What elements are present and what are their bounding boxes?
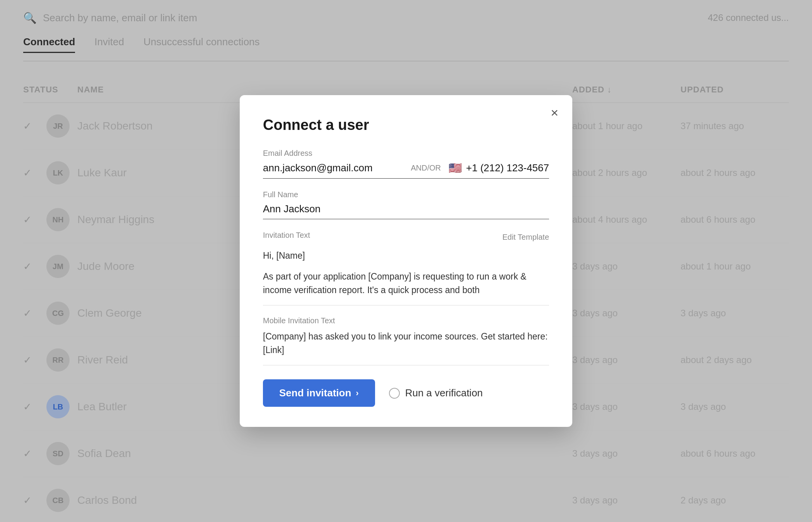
invitation-body: Hi, [Name] As part of your application [… [263, 249, 549, 297]
connect-user-modal: × Connect a user Email Address ann.jacks… [240, 95, 572, 427]
run-verification-option[interactable]: Run a verification [389, 387, 483, 399]
send-invitation-button[interactable]: Send invitation › [263, 379, 375, 407]
email-field-group: Email Address ann.jackson@gmail.com AND/… [263, 149, 549, 179]
phone-field[interactable]: 🇺🇸 +1 (212) 123-4567 [449, 162, 549, 174]
email-label: Email Address [263, 149, 549, 158]
modal-close-button[interactable]: × [551, 106, 558, 119]
fullname-input[interactable] [263, 203, 549, 219]
invitation-text-label: Invitation Text [263, 231, 310, 240]
mobile-invitation-body: [Company] has asked you to link your inc… [263, 330, 549, 357]
email-phone-row: ann.jackson@gmail.com AND/OR 🇺🇸 +1 (212)… [263, 162, 549, 179]
modal-title: Connect a user [263, 117, 549, 133]
send-button-label: Send invitation [279, 387, 351, 399]
modal-actions: Send invitation › Run a verification [263, 379, 549, 407]
radio-circle-icon [389, 388, 400, 399]
email-value[interactable]: ann.jackson@gmail.com [263, 162, 403, 174]
invitation-header: Invitation Text Edit Template [263, 231, 549, 244]
fullname-field-group: Full Name [263, 190, 549, 219]
phone-value: +1 (212) 123-4567 [466, 162, 549, 174]
mobile-invitation-label: Mobile Invitation Text [263, 316, 549, 325]
invitation-text-area: Invitation Text Edit Template Hi, [Name]… [263, 231, 549, 305]
send-button-arrow-icon: › [356, 388, 358, 398]
edit-template-link[interactable]: Edit Template [502, 233, 549, 242]
and-or-label: AND/OR [411, 164, 441, 172]
modal-overlay: × Connect a user Email Address ann.jacks… [0, 0, 812, 522]
invitation-line2: As part of your application [Company] is… [263, 270, 549, 297]
flag-icon: 🇺🇸 [449, 162, 462, 174]
mobile-invitation-area: Mobile Invitation Text [Company] has ask… [263, 316, 549, 365]
invitation-line1: Hi, [Name] [263, 249, 549, 263]
run-verification-label: Run a verification [405, 387, 483, 399]
fullname-label: Full Name [263, 190, 549, 199]
